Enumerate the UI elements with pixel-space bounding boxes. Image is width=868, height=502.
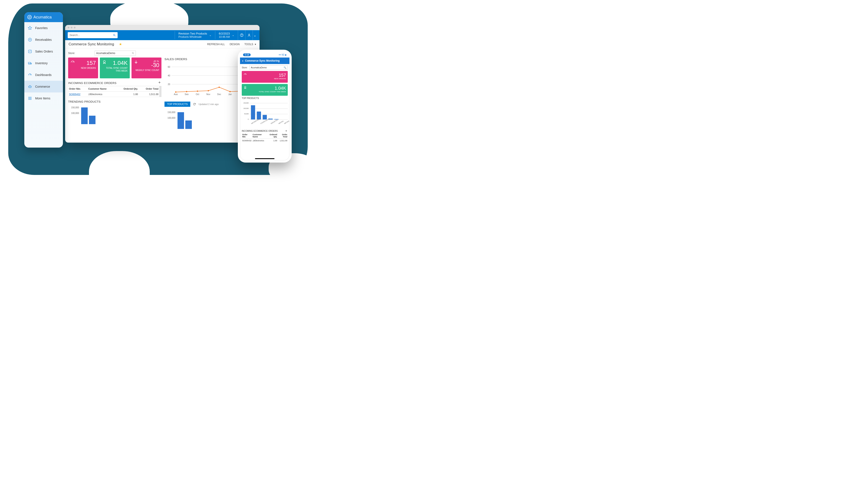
mobile-header: ‹ Commerce Sync Monitoring: [240, 58, 289, 64]
cell-nbr: SO005432: [242, 139, 252, 143]
favorite-star-icon[interactable]: ★: [119, 42, 122, 46]
topbar: Revision Two Products Products Wholesale…: [65, 30, 259, 40]
page-toolbar: Commerce Sync Monitoring ★ REFRESH ALL D…: [65, 40, 259, 48]
tools-menu[interactable]: TOOLS ▾: [244, 43, 256, 46]
top-products-title: TOP PRODUCTS: [242, 97, 288, 100]
col-order-nbr[interactable]: Order Nbr.: [242, 133, 252, 139]
sidebar-item-receivables[interactable]: Receivables: [24, 34, 63, 45]
top-products-title: TOP PRODUCTS: [165, 102, 190, 107]
kpi-label: NEW ORDERS: [244, 78, 286, 80]
svg-point-4: [29, 97, 29, 98]
phone-time: 5:18: [243, 53, 251, 56]
sidebar-item-label: Dashboards: [35, 73, 52, 76]
back-icon[interactable]: ‹: [242, 59, 243, 63]
svg-point-28: [208, 90, 209, 91]
plus-circle-icon: [28, 38, 32, 42]
phone-notch: [254, 52, 276, 56]
search-icon: 🔍: [283, 66, 286, 69]
store-label: Store:: [242, 66, 248, 69]
col-qty[interactable]: Ordered Qty.: [267, 133, 278, 139]
desktop-window: Revision Two Products Products Wholesale…: [65, 25, 259, 143]
svg-point-11: [30, 99, 30, 100]
sidebar-item-sales-orders[interactable]: Sales Orders: [24, 45, 63, 57]
award-icon: [102, 60, 107, 64]
truck-icon: [28, 61, 32, 65]
search-box[interactable]: [68, 32, 117, 38]
sidebar-item-more[interactable]: More Items: [24, 92, 63, 104]
store-selector[interactable]: AcumaticaDemo 🔍: [249, 65, 288, 70]
cell-total: 1,511.00: [278, 139, 288, 143]
svg-point-27: [197, 91, 198, 92]
sidebar-item-label: Favorites: [35, 26, 48, 30]
sidebar-item-favorites[interactable]: Favorites: [24, 22, 63, 34]
col-total[interactable]: Order Total: [139, 86, 159, 92]
svg-text:20: 20: [168, 83, 170, 85]
svg-text:Dec: Dec: [217, 93, 221, 95]
scrollbar[interactable]: [159, 86, 162, 97]
order-link[interactable]: SO005432: [69, 93, 81, 95]
updated-label: Updated 2 min ago: [198, 103, 219, 105]
col-qty[interactable]: Ordered Qty.: [116, 86, 139, 92]
svg-point-5: [30, 97, 30, 98]
svg-rect-50: [251, 105, 255, 120]
col-customer[interactable]: Customer Name: [87, 86, 116, 92]
incoming-orders-title: INCOMING ECOMMERCE ORDERS: [242, 130, 278, 132]
cell-customer: JJElectronics: [87, 92, 116, 97]
table-row[interactable]: SO005432 JJElectronics 1.00 1,511.00: [242, 139, 288, 143]
sidebar-item-dashboards[interactable]: Dashboards: [24, 69, 63, 81]
svg-point-12: [31, 99, 31, 100]
kpi-new-orders[interactable]: 157 NEW ORDERS: [68, 58, 98, 78]
chart-bar: [81, 107, 88, 124]
incoming-orders-table: Order Nbr. Customer Name Ordered Qty. Or…: [242, 133, 288, 143]
store-selector[interactable]: AcumaticaDemo: [95, 51, 136, 56]
refresh-all-button[interactable]: REFRESH ALL: [207, 43, 225, 46]
tenant-selector[interactable]: Revision Two Products Products Wholesale…: [175, 31, 215, 39]
col-customer[interactable]: Customer Name: [252, 133, 267, 139]
chevron-down-icon[interactable]: ⌄: [252, 30, 257, 40]
store-value: AcumaticaDemo: [96, 52, 115, 55]
user-menu[interactable]: [245, 30, 252, 40]
mobile-device: 5:18 ••• 5G ▮ ‹ Commerce Sync Monitoring…: [238, 50, 292, 163]
svg-point-17: [132, 52, 133, 54]
svg-point-3: [31, 64, 31, 64]
refresh-icon[interactable]: [193, 103, 196, 106]
kpi-total-sync[interactable]: 1.04K TOTAL SYNC COUNT THIS WEEK: [242, 84, 288, 96]
svg-point-2: [29, 64, 30, 64]
chart-bar: [185, 121, 192, 129]
expand-incoming-button[interactable]: ＋: [285, 129, 288, 133]
svg-point-41: [245, 86, 246, 88]
search-input[interactable]: [70, 34, 113, 37]
mobile-title: Commerce Sync Monitoring: [245, 59, 279, 62]
kpi-new-orders[interactable]: 157 NEW ORDERS: [242, 71, 288, 83]
cell-qty: 1.00: [116, 92, 139, 97]
kpi-value: 1.04K: [244, 86, 286, 91]
sidebar: @ Acumatica Favorites Receivables Sales …: [24, 12, 63, 147]
kpi-total-sync[interactable]: 1.04K TOTAL SYNC COUNT THIS WEEK: [100, 58, 130, 78]
search-icon: [132, 52, 134, 54]
kpi-weekly-sync[interactable]: -81 % 7 -30 WEEKLY SYNC COUNT: [132, 58, 162, 78]
trending-products-title: TRENDING PRODUCTS: [68, 100, 162, 103]
date-selector[interactable]: 6/2/2023 10:46 AM ⌄: [215, 31, 238, 39]
svg-text:60: 60: [168, 66, 170, 68]
svg-point-26: [186, 91, 187, 92]
svg-point-30: [229, 91, 231, 92]
star-icon: [28, 26, 32, 30]
col-total[interactable]: Order Total: [278, 133, 288, 139]
home-indicator[interactable]: [255, 158, 275, 159]
chart-bar: [177, 112, 184, 129]
design-button[interactable]: DESIGN: [230, 43, 240, 46]
expand-incoming-button[interactable]: ＋: [157, 80, 162, 85]
gauge-icon: [244, 73, 247, 76]
chart-bar: [89, 116, 95, 124]
page-title: Commerce Sync Monitoring: [69, 42, 114, 47]
help-button[interactable]: [238, 30, 245, 40]
tenant-name: Revision Two Products: [178, 32, 207, 35]
trending-products-chart: 150,000 100,000: [68, 105, 162, 124]
arrow-down-icon: [134, 60, 138, 64]
table-row[interactable]: SO005432 JJElectronics 1.00 1,511.00: [68, 92, 159, 97]
sidebar-item-commerce[interactable]: Commerce: [24, 81, 63, 92]
sidebar-item-inventory[interactable]: Inventory: [24, 57, 63, 69]
col-order-nbr[interactable]: Order Nbr.: [68, 86, 87, 92]
svg-rect-52: [262, 115, 267, 119]
sidebar-item-label: Commerce: [35, 85, 50, 88]
